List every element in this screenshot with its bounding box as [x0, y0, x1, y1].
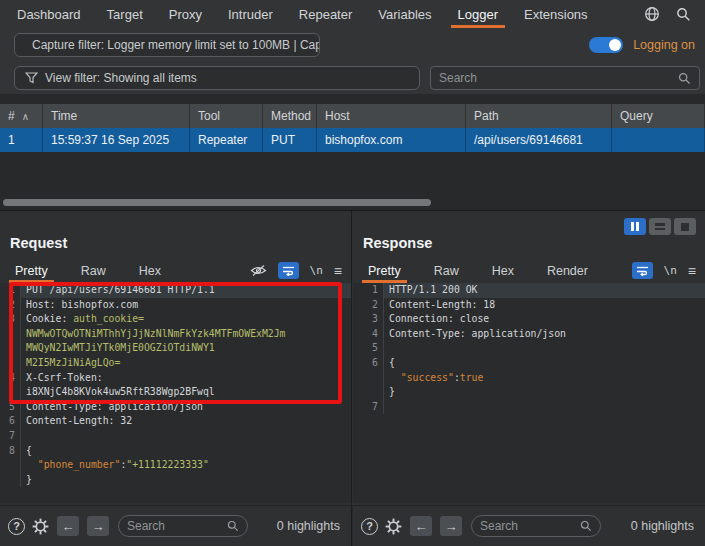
search-icon: [678, 72, 691, 85]
line-number: 8: [0, 444, 21, 459]
message-editor-split: Request Pretty Raw Hex: [0, 211, 705, 505]
menu-icon[interactable]: ≡: [688, 263, 696, 279]
split-rows-layout-button[interactable]: [649, 218, 671, 235]
response-highlights-count: 0 highlights: [631, 519, 694, 533]
menu-icon[interactable]: ≡: [334, 263, 342, 279]
help-icon[interactable]: ?: [361, 518, 378, 535]
globe-icon[interactable]: [644, 6, 660, 22]
table-search-input[interactable]: [439, 71, 678, 85]
cell-path: /api/users/69146681: [466, 128, 612, 152]
tab-variables[interactable]: Variables: [365, 0, 444, 28]
tab-proxy[interactable]: Proxy: [156, 0, 215, 28]
editor-line: 7: [353, 400, 705, 415]
request-search-input[interactable]: [127, 519, 227, 533]
response-tab-raw[interactable]: Raw: [431, 258, 462, 283]
tab-target[interactable]: Target: [94, 0, 156, 28]
newline-icon[interactable]: \n: [664, 264, 677, 277]
column-header-host[interactable]: Host: [317, 104, 466, 128]
tab-intruder[interactable]: Intruder: [215, 0, 286, 28]
editor-line: 6Content-Length: 32: [0, 414, 351, 429]
column-header-tool[interactable]: Tool: [190, 104, 263, 128]
burp-logger-window: Dashboard Target Proxy Intruder Repeater…: [0, 0, 705, 546]
line-number: 7: [353, 400, 384, 415]
tab-repeater[interactable]: Repeater: [286, 0, 365, 28]
gear-icon[interactable]: [385, 518, 402, 535]
toggle-knob: [609, 39, 621, 51]
request-tab-pretty[interactable]: Pretty: [12, 258, 51, 283]
editor-line: MWQyN2IwMTJiYTk0MjE0OGZiOTdiNWY1: [0, 341, 351, 356]
cell-time: 15:59:37 16 Sep 2025: [43, 128, 190, 152]
tab-extensions[interactable]: Extensions: [511, 0, 601, 28]
tab-logger[interactable]: Logger: [445, 0, 511, 28]
prev-match-button[interactable]: ←: [410, 516, 432, 536]
response-tabbar: Pretty Raw Hex Render \n ≡: [353, 258, 705, 283]
line-number: [0, 327, 21, 342]
next-match-button[interactable]: →: [87, 516, 109, 536]
editor-line: }: [353, 385, 705, 400]
column-header-method[interactable]: Method: [263, 104, 317, 128]
response-title: Response: [363, 235, 432, 251]
help-icon[interactable]: ?: [8, 518, 25, 535]
response-search-box[interactable]: [471, 515, 601, 537]
cell-query: [612, 128, 705, 152]
response-search-input[interactable]: [480, 519, 580, 533]
response-editor[interactable]: 1HTTP/1.1 200 OK2Content-Length: 183Conn…: [353, 283, 705, 503]
eye-slash-icon[interactable]: [250, 264, 267, 277]
table-search-box[interactable]: [430, 66, 700, 90]
line-number: 6: [0, 414, 21, 429]
response-tab-render[interactable]: Render: [544, 258, 591, 283]
view-filter-label: View filter: Showing all items: [45, 71, 197, 85]
editor-line: 4X-Csrf-Token:: [0, 371, 351, 386]
logging-toggle[interactable]: [589, 37, 623, 53]
request-tab-raw[interactable]: Raw: [78, 258, 109, 283]
word-wrap-toggle-button[interactable]: [632, 262, 653, 279]
request-search-bar: ? ← → 0 h: [0, 505, 352, 546]
column-header-query[interactable]: Query: [612, 104, 705, 128]
table-row[interactable]: 1 15:59:37 16 Sep 2025 Repeater PUT bish…: [0, 128, 705, 152]
line-number: 6: [353, 356, 384, 371]
word-wrap-toggle-button[interactable]: [278, 262, 299, 279]
cell-method: PUT: [263, 128, 317, 152]
column-header-index[interactable]: # ∧: [0, 104, 43, 128]
prev-match-button[interactable]: ←: [57, 516, 79, 536]
line-number: [353, 371, 384, 386]
request-search-box[interactable]: [118, 515, 248, 537]
search-icon[interactable]: [676, 7, 691, 22]
capture-filter-button[interactable]: Capture filter: Logger memory limit set …: [14, 33, 320, 57]
tab-dashboard[interactable]: Dashboard: [4, 0, 94, 28]
capture-filter-label: Capture filter: Logger memory limit set …: [32, 38, 320, 52]
table-header-row: # ∧ Time Tool Method Host Path Query: [0, 104, 705, 128]
scrollbar-thumb[interactable]: [3, 199, 431, 206]
request-editor[interactable]: 1PUT /api/users/69146681 HTTP/1.12Host: …: [0, 283, 351, 503]
newline-icon[interactable]: \n: [310, 264, 323, 277]
editor-line: 3Cookie: auth_cookie=: [0, 312, 351, 327]
editor-line: 8{: [0, 444, 351, 459]
next-match-button[interactable]: →: [440, 516, 462, 536]
editor-line: "phone_number":"+11112223333": [0, 458, 351, 473]
cell-index: 1: [0, 128, 43, 152]
line-number: 4: [0, 371, 21, 386]
request-tab-hex[interactable]: Hex: [136, 258, 164, 283]
response-tab-hex[interactable]: Hex: [489, 258, 517, 283]
view-filter-button[interactable]: View filter: Showing all items: [14, 66, 420, 90]
column-header-time[interactable]: Time: [43, 104, 190, 128]
gear-icon[interactable]: [32, 518, 49, 535]
table-horizontal-scrollbar[interactable]: [0, 199, 705, 207]
line-number: 1: [0, 283, 21, 298]
single-view-layout-button[interactable]: [674, 218, 696, 235]
word-wrap-icon: [282, 265, 295, 276]
column-header-path[interactable]: Path: [466, 104, 612, 128]
response-search-bar: ? ← → 0 h: [353, 505, 705, 546]
search-icon: [227, 520, 239, 532]
line-number: 5: [0, 400, 21, 415]
split-columns-layout-button[interactable]: [624, 218, 646, 235]
editor-line: NWMwOTQwOTNiMThhYjJjNzNlNmFkYzk4MTFmOWEx…: [0, 327, 351, 342]
word-wrap-icon: [636, 265, 649, 276]
line-number: 1: [353, 283, 384, 298]
logging-toggle-label: Logging on: [633, 38, 695, 52]
line-number: 4: [353, 327, 384, 342]
editor-line: "success":true: [353, 371, 705, 386]
cell-tool: Repeater: [190, 128, 263, 152]
line-number: 2: [353, 298, 384, 313]
response-tab-pretty[interactable]: Pretty: [365, 258, 404, 283]
